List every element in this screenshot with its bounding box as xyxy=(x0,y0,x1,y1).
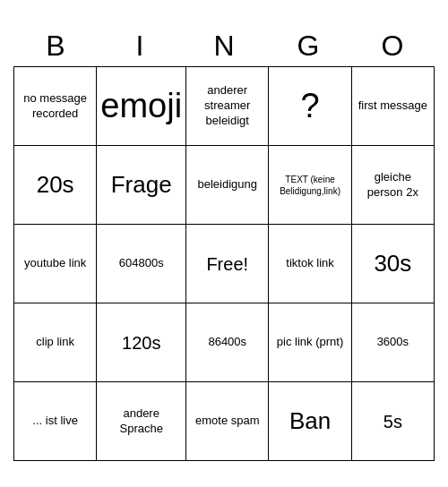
bingo-card: BINGO no message recordedemojianderer st… xyxy=(13,26,435,461)
header-letter: I xyxy=(98,26,182,66)
bingo-header: BINGO xyxy=(13,26,435,66)
bingo-cell: 86400s xyxy=(186,303,269,382)
bingo-cell: 604800s xyxy=(97,225,186,303)
bingo-cell: Ban xyxy=(269,382,351,461)
bingo-cell: 3600s xyxy=(352,303,435,382)
bingo-grid: no message recordedemojianderer streamer… xyxy=(13,66,435,461)
header-letter: G xyxy=(266,26,350,66)
bingo-cell: emoji xyxy=(97,67,186,146)
bingo-cell: 20s xyxy=(14,146,97,225)
bingo-cell: anderer streamer beleidigt xyxy=(186,67,269,146)
bingo-cell: ? xyxy=(269,67,351,146)
bingo-cell: emote spam xyxy=(186,382,269,461)
bingo-cell: youtube link xyxy=(14,225,97,303)
bingo-cell: ... ist live xyxy=(14,382,97,461)
bingo-cell: Free! xyxy=(186,225,269,303)
bingo-cell: andere Sprache xyxy=(97,382,186,461)
bingo-cell: Frage xyxy=(97,146,186,225)
bingo-cell: TEXT (keine Belidigung,link) xyxy=(269,146,351,225)
header-letter: N xyxy=(182,26,266,66)
bingo-cell: gleiche person 2x xyxy=(352,146,435,225)
bingo-cell: first message xyxy=(352,67,435,146)
bingo-cell: 5s xyxy=(352,382,435,461)
header-letter: O xyxy=(350,26,435,66)
bingo-cell: clip link xyxy=(14,303,97,382)
bingo-cell: 120s xyxy=(97,303,186,382)
bingo-cell: pic link (prnt) xyxy=(269,303,351,382)
header-letter: B xyxy=(13,26,98,66)
bingo-cell: 30s xyxy=(352,225,435,303)
bingo-cell: beleidigung xyxy=(186,146,269,225)
bingo-cell: no message recorded xyxy=(14,67,97,146)
bingo-cell: tiktok link xyxy=(269,225,351,303)
